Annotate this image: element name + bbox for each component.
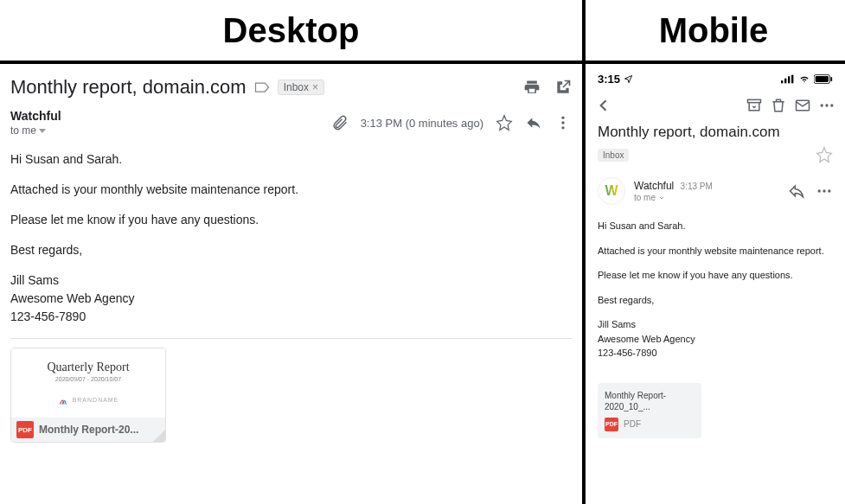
svg-point-17 <box>828 189 830 192</box>
attachment-icon[interactable] <box>331 114 349 131</box>
body-greeting: Hi Susan and Sarah. <box>598 219 833 233</box>
svg-point-2 <box>561 126 564 129</box>
email-subject: Monthly report, domain.com <box>598 124 833 141</box>
attachment-preview-title: Quarterly Report <box>47 360 129 374</box>
close-icon[interactable]: × <box>312 81 318 93</box>
svg-point-15 <box>818 189 821 192</box>
timestamp: 3:13 PM (0 minutes ago) <box>361 117 483 130</box>
svg-rect-10 <box>748 99 761 102</box>
attachment-preview: Quarterly Report 2020/09/07 - 2020/10/07… <box>11 348 165 418</box>
signature-company: Awesome Web Agency <box>10 290 572 308</box>
archive-icon[interactable] <box>745 96 764 115</box>
star-icon[interactable] <box>496 114 513 131</box>
email-body: Hi Susan and Sarah. Attached is your mon… <box>10 150 572 326</box>
body-line1: Attached is your monthly website mainten… <box>598 244 833 258</box>
chevron-down-icon <box>658 195 665 201</box>
svg-point-12 <box>821 104 823 106</box>
body-closing: Best regards, <box>10 241 572 259</box>
sender-name: Watchful <box>10 109 61 123</box>
print-icon[interactable] <box>523 79 541 96</box>
status-time: 3:15 <box>598 73 620 86</box>
body-closing: Best regards, <box>598 293 833 308</box>
more-horiz-icon[interactable] <box>816 182 833 200</box>
recipient-label: to me <box>634 193 656 202</box>
mobile-panel: 3:15 Monthly report, domain.com Inbox <box>586 64 845 504</box>
body-divider <box>10 338 572 339</box>
desktop-panel: Monthly report, domain.com Inbox × Watch… <box>0 64 582 504</box>
signature-phone: 123-456-7890 <box>10 308 572 326</box>
inbox-chip-label: Inbox <box>284 81 309 93</box>
pdf-badge-icon: PDF <box>16 421 34 438</box>
section-label-desktop: Desktop <box>0 11 582 50</box>
section-label-mobile: Mobile <box>582 11 845 50</box>
svg-rect-3 <box>781 80 783 83</box>
attachment-card[interactable]: Monthly Report-2020_10_... PDF PDF <box>598 383 701 438</box>
sender-name: Watchful <box>634 180 674 192</box>
recipient-dropdown[interactable]: to me <box>10 124 61 137</box>
attachment-filename-bar: PDF Monthly Report-20... <box>11 418 165 442</box>
recipient-dropdown[interactable]: to me <box>634 193 713 202</box>
open-new-window-icon[interactable] <box>554 79 572 96</box>
body-greeting: Hi Susan and Sarah. <box>10 150 572 169</box>
more-vert-icon[interactable] <box>554 114 572 131</box>
svg-point-0 <box>561 117 564 119</box>
recipient-label: to me <box>10 124 36 137</box>
attachment-filename: Monthly Report-20... <box>39 424 138 436</box>
svg-point-14 <box>830 104 833 106</box>
wifi-icon <box>798 74 810 84</box>
attachment-preview-brand: BRANDNAME <box>58 394 119 406</box>
svg-rect-5 <box>788 76 790 83</box>
body-line2: Please let me know if you have any quest… <box>10 211 572 229</box>
signature-company: Awesome Web Agency <box>598 332 833 347</box>
svg-point-1 <box>561 121 564 124</box>
email-subject: Monthly report, domain.com <box>10 76 246 99</box>
inbox-chip[interactable]: Inbox × <box>278 80 324 95</box>
timestamp: 3:13 PM <box>681 182 713 191</box>
attachment-type-label: PDF <box>624 419 641 429</box>
signature-phone: 123-456-7890 <box>598 346 833 360</box>
attachment-card[interactable]: Quarterly Report 2020/09/07 - 2020/10/07… <box>10 348 166 443</box>
chevron-down-icon <box>39 129 46 133</box>
svg-rect-4 <box>784 79 786 84</box>
mark-unread-icon[interactable] <box>793 96 812 115</box>
trash-icon[interactable] <box>769 96 788 115</box>
label-tag-icon[interactable] <box>253 79 271 96</box>
svg-point-16 <box>823 189 825 192</box>
signature-name: Jill Sams <box>10 271 572 290</box>
svg-rect-6 <box>791 75 793 84</box>
location-icon <box>624 74 633 84</box>
pdf-badge-icon: PDF <box>605 418 618 431</box>
attachment-filename: Monthly Report-2020_10_... <box>605 390 695 412</box>
inbox-chip[interactable]: Inbox <box>598 149 629 162</box>
more-horiz-icon[interactable] <box>817 96 836 115</box>
status-bar: 3:15 <box>586 64 845 91</box>
reply-icon[interactable] <box>525 114 542 131</box>
reply-icon[interactable] <box>788 182 805 200</box>
svg-rect-8 <box>816 76 829 82</box>
svg-point-13 <box>825 104 828 106</box>
avatar[interactable]: W <box>598 177 625 205</box>
dogear-icon <box>153 430 165 442</box>
body-line2: Please let me know if you have any quest… <box>598 268 833 283</box>
email-body: Hi Susan and Sarah. Attached is your mon… <box>586 214 845 376</box>
back-button[interactable] <box>594 96 613 115</box>
body-line1: Attached is your monthly website mainten… <box>10 181 572 199</box>
signal-icon <box>781 74 795 84</box>
attachment-preview-dates: 2020/09/07 - 2020/10/07 <box>55 376 121 382</box>
star-icon[interactable] <box>816 146 833 163</box>
signature-name: Jill Sams <box>598 317 833 332</box>
battery-icon <box>814 74 833 84</box>
svg-rect-9 <box>830 77 832 81</box>
